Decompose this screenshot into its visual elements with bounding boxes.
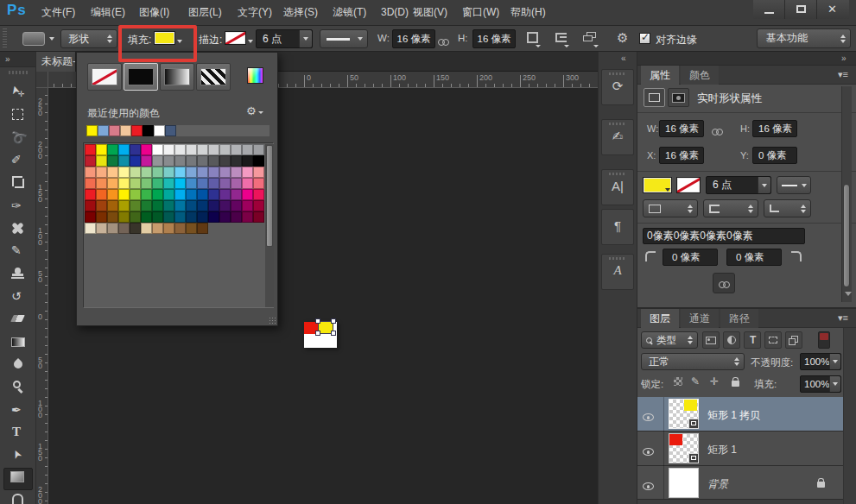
transform-handle[interactable] [331,331,336,336]
lasso-tool[interactable]: ➰ [9,129,28,148]
path-selection-tool[interactable]: ➤ [9,446,28,465]
color-swatch[interactable] [197,211,208,223]
filter-toggle-switch[interactable] [818,331,830,349]
layer-thumbnail[interactable] [669,468,699,498]
layer-visibility-toggle[interactable] [643,478,656,488]
color-swatch[interactable] [141,189,152,200]
color-swatch[interactable] [118,223,130,234]
color-swatch[interactable] [186,155,197,167]
fill-type-solid-color-button[interactable] [124,63,158,91]
gradient-tool[interactable] [9,333,28,352]
color-swatch[interactable] [130,211,141,223]
filter-type-button[interactable]: T [744,331,761,349]
color-swatch[interactable] [152,144,163,155]
color-swatch[interactable] [141,144,152,155]
menu-item-7[interactable]: 滤镜(T) [333,0,366,25]
color-swatch[interactable] [208,200,219,211]
color-swatch[interactable] [197,167,208,178]
align-edges-checkbox[interactable]: ✓ [639,33,650,44]
color-swatch[interactable] [96,200,107,211]
filter-image-button[interactable] [702,331,720,349]
dock-collapse-button[interactable]: « [621,54,626,63]
color-swatch[interactable] [242,167,253,178]
menu-item-6[interactable]: 选择(S) [283,0,318,25]
tab-paths[interactable]: 路径 [720,309,758,328]
layer-row[interactable]: 矩形 1 拷贝 [637,397,843,432]
properties-scroll-down-arrow[interactable] [845,292,852,296]
color-swatch[interactable] [118,200,130,211]
color-swatch[interactable] [118,211,130,223]
color-swatch[interactable] [163,144,174,155]
stroke-size-dropdown[interactable] [299,30,312,47]
layer-thumbnail[interactable] [669,433,699,463]
color-swatch[interactable] [96,155,107,167]
gear-icon[interactable]: ⚙ [617,30,628,46]
stroke-type-dropdown[interactable] [643,199,698,217]
history-panel-button[interactable]: ⟳ [601,69,634,105]
transform-handle[interactable] [331,318,336,324]
recent-color-swatch[interactable] [109,125,120,136]
properties-scrollbar-thumb[interactable] [843,184,850,287]
quick-selection-tool[interactable]: ✐ [9,151,28,170]
color-swatch[interactable] [107,200,118,211]
color-swatch[interactable] [85,167,96,178]
color-swatch[interactable] [118,189,130,200]
color-swatch[interactable] [107,167,118,178]
recent-color-swatch[interactable] [165,125,176,136]
color-swatch[interactable] [186,189,197,200]
opacity-dropdown[interactable]: 100% [800,353,841,370]
color-swatch[interactable] [141,178,152,189]
color-swatch[interactable] [107,144,118,155]
width-field[interactable]: 16 像素 [392,29,435,48]
menu-item-2[interactable]: 编辑(E) [91,0,125,25]
color-swatch[interactable] [130,200,141,211]
properties-stroke-style-dropdown[interactable] [777,176,811,194]
blur-tool[interactable] [9,356,28,375]
corner-field-2[interactable]: 0 像素 [726,249,782,266]
color-swatch[interactable] [231,200,242,211]
menu-item-9[interactable]: 视图(V) [413,0,447,25]
mask-button[interactable] [668,88,689,107]
tab-properties[interactable]: 属性 [641,66,679,85]
color-swatch[interactable] [85,211,96,223]
h-field[interactable]: 16 像素 [752,120,797,137]
link-corners-button[interactable] [713,273,735,293]
layer-visibility-toggle[interactable] [643,409,656,419]
color-swatch[interactable] [163,189,174,200]
color-swatch[interactable] [208,189,219,200]
color-swatch[interactable] [163,223,174,234]
color-swatch[interactable] [152,211,163,223]
healing-brush-tool[interactable] [9,219,28,238]
color-swatch[interactable] [85,144,96,155]
workspace-dropdown[interactable]: 基本功能 [757,28,851,48]
x-field[interactable]: 16 像素 [659,147,704,164]
stroke-corner-dropdown[interactable] [764,199,811,217]
menu-item-4[interactable]: 图层(L) [188,0,222,25]
color-swatch[interactable] [152,155,163,167]
menu-item-5[interactable]: 文字(Y) [238,0,272,25]
link-wh-icon[interactable] [712,123,729,134]
path-operations-button[interactable] [524,30,543,49]
tab-channels[interactable]: 通道 [681,309,719,328]
color-swatch[interactable] [163,178,174,189]
path-arrangement-button[interactable] [580,30,601,49]
color-swatch[interactable] [231,189,242,200]
tab-layers[interactable]: 图层 [641,309,679,328]
picker-gear-icon[interactable]: ⚙ [246,104,257,117]
color-swatch[interactable] [186,178,197,189]
color-swatch[interactable] [197,155,208,167]
color-swatch[interactable] [231,155,242,167]
color-swatch[interactable] [130,167,141,178]
fill-type-no-color-button[interactable] [87,63,122,91]
color-swatch[interactable] [85,155,96,167]
color-swatch[interactable] [174,178,186,189]
fill-opacity-dropdown[interactable]: 100% [800,375,841,393]
color-swatch[interactable] [174,167,186,178]
color-swatch[interactable] [118,178,130,189]
pen-tool[interactable]: ✒ [9,401,28,420]
color-swatch[interactable] [242,144,253,155]
color-swatch[interactable] [130,144,141,155]
color-swatch[interactable] [118,167,130,178]
color-swatch[interactable] [231,167,242,178]
transform-handle[interactable] [315,331,320,336]
